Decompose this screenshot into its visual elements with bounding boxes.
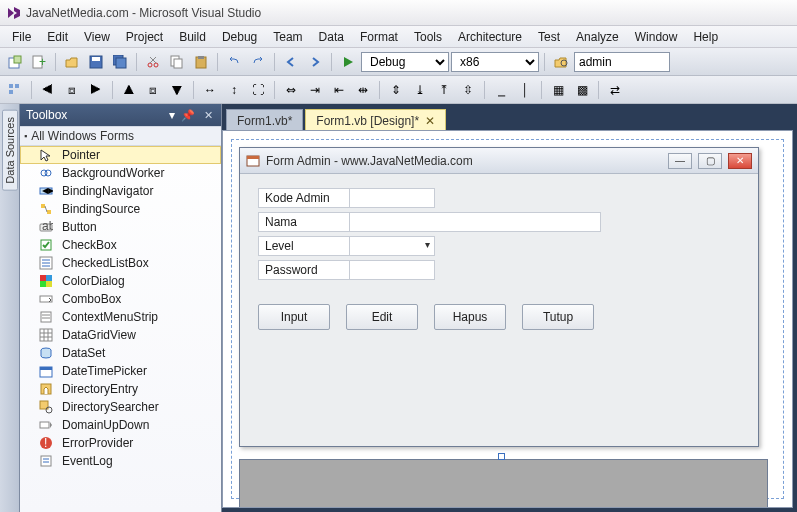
toolbox-item-checkbox[interactable]: CheckBox [20, 236, 221, 254]
hspace-dec-icon[interactable]: ⇤ [328, 79, 350, 101]
save-button[interactable] [85, 51, 107, 73]
align-bottom-icon[interactable]: ⯆ [166, 79, 188, 101]
toolbox-group-header[interactable]: ▪ All Windows Forms [20, 126, 221, 146]
start-debug-button[interactable] [337, 51, 359, 73]
menu-help[interactable]: Help [685, 28, 726, 46]
button-tutup[interactable]: Tutup [522, 304, 594, 330]
same-size-icon[interactable]: ⛶ [247, 79, 269, 101]
center-horiz-icon[interactable]: ⎯ [490, 79, 512, 101]
textbox-kode[interactable] [349, 188, 435, 208]
hspace-equal-icon[interactable]: ⇔ [280, 79, 302, 101]
find-in-files-icon[interactable] [550, 51, 572, 73]
toolbox-item-dataset[interactable]: DataSet [20, 344, 221, 362]
vspace-dec-icon[interactable]: ⤒ [433, 79, 455, 101]
align-left-icon[interactable]: ⯇ [37, 79, 59, 101]
tab-close-icon[interactable]: ✕ [425, 114, 435, 128]
textbox-password[interactable] [349, 260, 435, 280]
menu-test[interactable]: Test [530, 28, 568, 46]
same-width-icon[interactable]: ↔ [199, 79, 221, 101]
hspace-remove-icon[interactable]: ⇹ [352, 79, 374, 101]
menu-view[interactable]: View [76, 28, 118, 46]
bring-front-icon[interactable]: ▦ [547, 79, 569, 101]
toolbox-item-eventlog[interactable]: EventLog [20, 452, 221, 470]
undo-button[interactable] [223, 51, 245, 73]
menu-build[interactable]: Build [171, 28, 214, 46]
menu-tools[interactable]: Tools [406, 28, 450, 46]
same-height-icon[interactable]: ↕ [223, 79, 245, 101]
menu-project[interactable]: Project [118, 28, 171, 46]
label-level[interactable]: Level [258, 236, 350, 256]
solution-platform-select[interactable]: x86 [451, 52, 539, 72]
menu-format[interactable]: Format [352, 28, 406, 46]
button-hapus[interactable]: Hapus [434, 304, 506, 330]
toolbox-item-contextmenustrip[interactable]: ContextMenuStrip [20, 308, 221, 326]
redo-button[interactable] [247, 51, 269, 73]
menu-analyze[interactable]: Analyze [568, 28, 627, 46]
button-edit[interactable]: Edit [346, 304, 418, 330]
align-middle-icon[interactable]: ⧈ [142, 79, 164, 101]
center-vert-icon[interactable]: │ [514, 79, 536, 101]
combobox-level[interactable] [349, 236, 435, 256]
align-center-icon[interactable]: ⧈ [61, 79, 83, 101]
add-item-button[interactable]: + [28, 51, 50, 73]
toolbox-item-directoryentry[interactable]: DirectoryEntry [20, 380, 221, 398]
toolbox-item-checkedlistbox[interactable]: CheckedListBox [20, 254, 221, 272]
toolbox-item-datagridview[interactable]: DataGridView [20, 326, 221, 344]
toolbox-item-button[interactable]: abButton [20, 218, 221, 236]
menu-debug[interactable]: Debug [214, 28, 265, 46]
align-top-icon[interactable]: ⯅ [118, 79, 140, 101]
nav-fwd-button[interactable] [304, 51, 326, 73]
toolbox-item-datetimepicker[interactable]: DateTimePicker [20, 362, 221, 380]
label-kode[interactable]: Kode Admin [258, 188, 350, 208]
menu-team[interactable]: Team [265, 28, 310, 46]
vspace-inc-icon[interactable]: ⤓ [409, 79, 431, 101]
toolbox-item-backgroundworker[interactable]: BackgroundWorker [20, 164, 221, 182]
toolbox-item-combobox[interactable]: ComboBox [20, 290, 221, 308]
paste-button[interactable] [190, 51, 212, 73]
button-input[interactable]: Input [258, 304, 330, 330]
send-back-icon[interactable]: ▩ [571, 79, 593, 101]
tab-order-icon[interactable]: ⇄ [604, 79, 626, 101]
new-project-button[interactable] [4, 51, 26, 73]
maximize-button[interactable]: ▢ [698, 153, 722, 169]
vspace-equal-icon[interactable]: ⇕ [385, 79, 407, 101]
tab-form1-code[interactable]: Form1.vb* [226, 109, 303, 131]
align-grid-icon[interactable] [4, 79, 26, 101]
toolbox-item-bindingsource[interactable]: BindingSource [20, 200, 221, 218]
form-window[interactable]: Form Admin - www.JavaNetMedia.com — ▢ ✕ … [239, 147, 759, 447]
menu-data[interactable]: Data [311, 28, 352, 46]
label-nama[interactable]: Nama [258, 212, 350, 232]
minimize-button[interactable]: — [668, 153, 692, 169]
menu-file[interactable]: File [4, 28, 39, 46]
textbox-nama[interactable] [349, 212, 601, 232]
open-button[interactable] [61, 51, 83, 73]
toolbox-item-directorysearcher[interactable]: DirectorySearcher [20, 398, 221, 416]
nav-back-button[interactable] [280, 51, 302, 73]
pin-icon[interactable]: 📌 [181, 108, 195, 122]
menu-edit[interactable]: Edit [39, 28, 76, 46]
label-password[interactable]: Password [258, 260, 350, 280]
close-button[interactable]: ✕ [728, 153, 752, 169]
data-sources-tab[interactable]: Data Sources [2, 110, 18, 191]
toolbox-item-colordialog[interactable]: ColorDialog [20, 272, 221, 290]
toolbox-item-domainupdown[interactable]: DomainUpDown [20, 416, 221, 434]
save-all-button[interactable] [109, 51, 131, 73]
vspace-remove-icon[interactable]: ⇳ [457, 79, 479, 101]
hspace-inc-icon[interactable]: ⇥ [304, 79, 326, 101]
toolbox-item-bindingnavigator[interactable]: ◂▸BindingNavigator [20, 182, 221, 200]
resize-handle-icon[interactable] [498, 453, 505, 460]
copy-button[interactable] [166, 51, 188, 73]
toolbox-item-pointer[interactable]: Pointer [20, 146, 221, 164]
menu-window[interactable]: Window [627, 28, 686, 46]
datagridview-control[interactable] [239, 459, 768, 508]
align-right-icon[interactable]: ⯈ [85, 79, 107, 101]
tab-form1-design[interactable]: Form1.vb [Design]*✕ [305, 109, 446, 131]
cut-button[interactable] [142, 51, 164, 73]
toolbox-item-errorprovider[interactable]: !ErrorProvider [20, 434, 221, 452]
design-surface[interactable]: Form Admin - www.JavaNetMedia.com — ▢ ✕ … [222, 130, 793, 508]
dropdown-icon[interactable]: ▾ [169, 108, 175, 122]
close-icon[interactable]: ✕ [201, 108, 215, 122]
solution-config-select[interactable]: Debug [361, 52, 449, 72]
find-input[interactable] [574, 52, 670, 72]
menu-architecture[interactable]: Architecture [450, 28, 530, 46]
